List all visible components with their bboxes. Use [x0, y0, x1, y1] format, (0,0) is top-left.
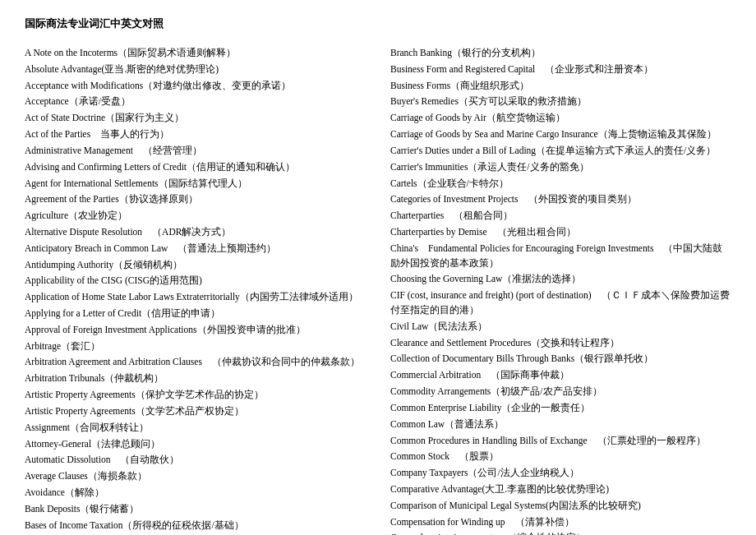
- list-item: Absolute Advantage(亚当.斯密的绝对优势理论): [25, 62, 366, 77]
- list-item: Agreement of the Parties（协议选择原则）: [25, 192, 366, 207]
- left-column: A Note on the Incoterms（国际贸易术语通则解释）Absol…: [25, 46, 366, 535]
- list-item: Avoidance（解除）: [25, 486, 366, 500]
- list-item: Advising and Confirming Letters of Credi…: [25, 160, 366, 175]
- list-item: Commodity Arrangements（初级产品/农产品安排）: [390, 385, 731, 399]
- main-columns: A Note on the Incoterms（国际贸易术语通则解释）Absol…: [25, 46, 731, 535]
- list-item: Approval of Foreign Investment Applicati…: [25, 323, 366, 338]
- list-item: China's Fundamental Policies for Encoura…: [390, 242, 731, 271]
- list-item: Antidumping Authority（反倾销机构）: [25, 258, 366, 273]
- list-item: Arbitration Tribunals（仲裁机构）: [25, 371, 366, 386]
- list-item: Carrier's Duties under a Bill of Lading（…: [390, 144, 731, 159]
- list-item: Civil Law（民法法系）: [390, 320, 731, 334]
- list-item: Choosing the Governing Law（准据法的选择）: [390, 272, 731, 287]
- list-item: Applying for a Letter of Credit（信用证的申请）: [25, 307, 366, 321]
- list-item: Comparative Advantage(大卫.李嘉图的比较优势理论): [390, 482, 731, 497]
- list-item: Categories of Investment Projects （外国投资的…: [390, 192, 731, 207]
- list-item: Charterparties （租船合同）: [390, 209, 731, 224]
- list-item: Business Forms（商业组织形式）: [390, 79, 731, 94]
- list-item: Average Clauses（海损条款）: [25, 469, 366, 484]
- list-item: Cartels（企业联合/卡特尔）: [390, 177, 731, 191]
- list-item: Arbitrage（套汇）: [25, 339, 366, 354]
- list-item: Agriculture（农业协定）: [25, 209, 366, 224]
- list-item: Attorney-General（法律总顾问）: [25, 437, 366, 452]
- list-item: Application of Home State Labor Laws Ext…: [25, 290, 366, 305]
- list-item: A Note on the Incoterms（国际贸易术语通则解释）: [25, 46, 366, 61]
- list-item: Acceptance with Modifications（对邀约做出修改、变更…: [25, 79, 366, 94]
- list-item: Anticipatory Breach in Common Law （普通法上预…: [25, 242, 366, 256]
- list-item: Company Taxpayers（公司/法人企业纳税人）: [390, 466, 731, 481]
- list-item: Common Procedures in Handling Bills of E…: [390, 434, 731, 449]
- list-item: Automatic Dissolution （自动散伙）: [25, 453, 366, 468]
- list-item: Act of the Parties 当事人的行为）: [25, 127, 366, 142]
- list-item: Artistic Property Agreements（文学艺术品产权协定）: [25, 404, 366, 419]
- list-item: Commercial Arbitration （国际商事仲裁）: [390, 368, 731, 383]
- list-item: Comprehensive Agreements （综合性的协定）: [390, 531, 731, 535]
- list-item: Collection of Documentary Bills Through …: [390, 352, 731, 367]
- list-item: Carriage of Goods by Sea and Marine Carg…: [390, 127, 731, 142]
- list-item: Clearance and Settlement Procedures（交换和转…: [390, 336, 731, 351]
- list-item: Business Form and Registered Capital （企业…: [390, 62, 731, 77]
- list-item: Act of State Doctrine（国家行为主义）: [25, 111, 366, 126]
- list-item: Common Law（普通法系）: [390, 417, 731, 432]
- list-item: Bases of Income Taxation（所得税的征税依据/基础）: [25, 519, 366, 533]
- list-item: Comparison of Municipal Legal Systems(内国…: [390, 499, 731, 514]
- list-item: Buyer's Remedies（买方可以采取的救济措施）: [390, 95, 731, 109]
- list-item: Branch Banking（银行的分支机构）: [390, 46, 731, 61]
- list-item: Carriage of Goods by Air（航空货物运输）: [390, 111, 731, 126]
- list-item: CIF (cost, insurance and freight) (port …: [390, 288, 731, 318]
- page-title: 国际商法专业词汇中英文对照: [25, 16, 731, 31]
- list-item: Assignment（合同权利转让）: [25, 421, 366, 436]
- list-item: Compensation for Winding up （清算补偿）: [390, 515, 731, 530]
- list-item: Common Enterprise Liability（企业的一般责任）: [390, 401, 731, 416]
- list-item: Applicability of the CISG (CISG的适用范围): [25, 274, 366, 288]
- list-item: Artistic Property Agreements（保护文学艺术作品的协定…: [25, 388, 366, 403]
- right-column: Branch Banking（银行的分支机构）Business Form and…: [390, 46, 731, 535]
- list-item: Common Stock （股票）: [390, 450, 731, 464]
- list-item: Alternative Dispute Resolution （ADR解决方式）: [25, 225, 366, 240]
- list-item: Carrier's Immunities（承运人责任/义务的豁免）: [390, 160, 731, 175]
- list-item: Administrative Management （经营管理）: [25, 144, 366, 159]
- list-item: Acceptance（承诺/受盘）: [25, 95, 366, 109]
- list-item: Bank Deposits（银行储蓄）: [25, 502, 366, 517]
- list-item: Agent for International Settlements（国际结算…: [25, 177, 366, 191]
- list-item: Charterparties by Demise （光租出租合同）: [390, 225, 731, 240]
- list-item: Arbitration Agreement and Arbitration Cl…: [25, 355, 366, 370]
